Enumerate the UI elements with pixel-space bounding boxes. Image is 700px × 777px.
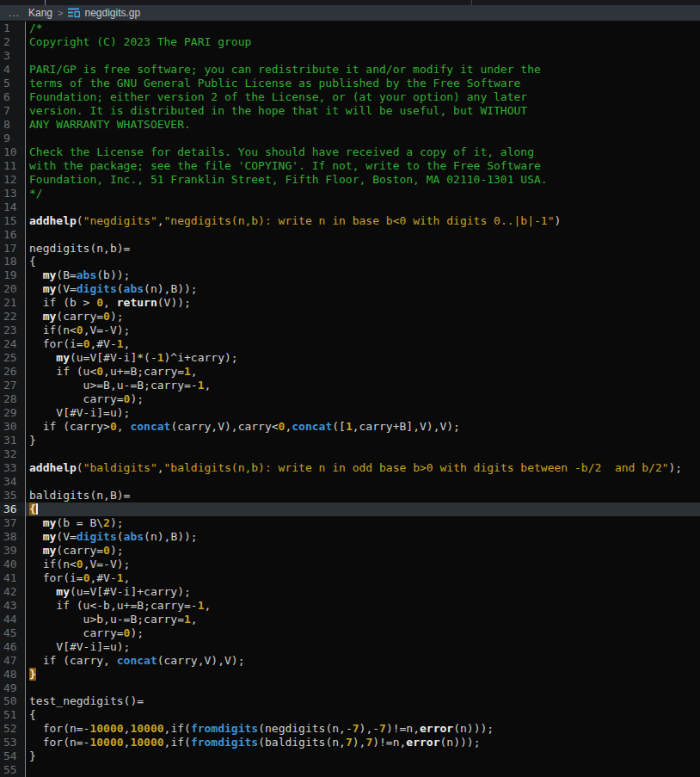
code-line[interactable]: 52 for(n=-10000,10000,if(fromdigits(negd… [0, 722, 700, 736]
code-line[interactable]: 37 my(b = B\2); [0, 516, 700, 530]
line-number[interactable]: 8 [0, 118, 26, 132]
code-line[interactable]: 43 if (u<-b,u+=B;carry=-1, [0, 599, 700, 613]
code-line[interactable]: 36{ [0, 503, 700, 516]
line-number[interactable]: 31 [0, 434, 26, 447]
code-line[interactable]: 10Check the License for details. You sho… [0, 145, 700, 159]
line-number[interactable]: 51 [0, 708, 26, 722]
code-line[interactable]: 55 [0, 763, 700, 777]
code-line[interactable]: 40 if(n<0,V=-V); [0, 558, 700, 571]
line-number[interactable]: 22 [0, 310, 26, 324]
code-line[interactable]: 35baldigits(n,B)= [0, 489, 700, 503]
code-line[interactable]: 32 [0, 447, 700, 461]
code-line[interactable]: 53 for(n=-10000,10000,if(fromdigits(bald… [0, 736, 700, 749]
line-number[interactable]: 24 [0, 337, 26, 351]
code-line[interactable]: 16 [0, 228, 700, 242]
code-line[interactable]: 18{ [0, 255, 700, 268]
code-line[interactable]: 34 [0, 475, 700, 489]
line-number[interactable]: 53 [0, 736, 26, 749]
line-number[interactable]: 47 [0, 654, 26, 668]
breadcrumb-folder[interactable]: Kang [28, 7, 52, 19]
line-number[interactable]: 48 [0, 668, 26, 681]
code-line[interactable]: 1/* [0, 22, 700, 35]
code-line[interactable]: 13*/ [0, 187, 700, 200]
code-line[interactable]: 28 carry=0); [0, 392, 700, 406]
line-number[interactable]: 7 [0, 104, 26, 118]
line-number[interactable]: 6 [0, 90, 26, 104]
line-number[interactable]: 42 [0, 585, 26, 599]
code-line[interactable]: 41 for(i=0,#V-1, [0, 571, 700, 585]
line-number[interactable]: 41 [0, 571, 26, 585]
code-line[interactable]: 6Foundation; either version 2 of the Lic… [0, 90, 700, 104]
line-number[interactable]: 13 [0, 187, 26, 200]
line-number[interactable]: 40 [0, 558, 26, 571]
line-number[interactable]: 14 [0, 200, 26, 214]
line-number[interactable]: 21 [0, 296, 26, 310]
line-number[interactable]: 28 [0, 392, 26, 406]
line-number[interactable]: 17 [0, 242, 26, 256]
line-number[interactable]: 27 [0, 379, 26, 392]
code-line[interactable]: 30 if (carry>0, concat(carry,V),carry<0,… [0, 420, 700, 434]
line-number[interactable]: 35 [0, 489, 26, 503]
line-number[interactable]: 1 [0, 22, 26, 35]
code-line[interactable]: 7version. It is distributed in the hope … [0, 104, 700, 118]
line-number[interactable]: 25 [0, 351, 26, 365]
code-line[interactable]: 9 [0, 132, 700, 145]
code-line[interactable]: 26 if (u<0,u+=B;carry=1, [0, 365, 700, 379]
line-number[interactable]: 52 [0, 722, 26, 736]
line-number[interactable]: 16 [0, 228, 26, 242]
code-line[interactable]: 20 my(V=digits(abs(n),B)); [0, 282, 700, 296]
code-line[interactable]: 5terms of the GNU General Public License… [0, 77, 700, 90]
line-number[interactable]: 34 [0, 475, 26, 489]
line-number[interactable]: 11 [0, 159, 26, 173]
code-line[interactable]: 44 u>b,u-=B;carry=1, [0, 613, 700, 626]
line-number[interactable]: 32 [0, 447, 26, 461]
line-number[interactable]: 3 [0, 49, 26, 63]
code-line[interactable]: 11with the package; see the file 'COPYIN… [0, 159, 700, 173]
line-number[interactable]: 55 [0, 763, 26, 777]
code-line[interactable]: 15addhelp("negdigits","negdigits(n,b): w… [0, 214, 700, 228]
code-line[interactable]: 39 my(carry=0); [0, 544, 700, 558]
code-line[interactable]: 23 if(n<0,V=-V); [0, 324, 700, 337]
code-line[interactable]: 17negdigits(n,b)= [0, 242, 700, 256]
code-line[interactable]: 31} [0, 434, 700, 447]
line-number[interactable]: 18 [0, 255, 26, 268]
code-line[interactable]: 42 my(u=V[#V-i]+carry); [0, 585, 700, 599]
code-editor[interactable]: 1/*2Copyright (C) 2023 The PARI group34P… [0, 21, 700, 777]
code-line[interactable]: 45 carry=0); [0, 626, 700, 640]
line-number[interactable]: 43 [0, 599, 26, 613]
line-number[interactable]: 26 [0, 365, 26, 379]
line-number[interactable]: 38 [0, 530, 26, 544]
code-line[interactable]: 19 my(B=abs(b)); [0, 268, 700, 282]
line-number[interactable]: 44 [0, 613, 26, 626]
line-number[interactable]: 23 [0, 324, 26, 337]
line-number[interactable]: 19 [0, 268, 26, 282]
line-number[interactable]: 54 [0, 749, 26, 763]
code-line[interactable]: 50test_negdigits()= [0, 694, 700, 708]
line-number[interactable]: 29 [0, 406, 26, 420]
code-line[interactable]: 33addhelp("baldigits","baldigits(n,b): w… [0, 461, 700, 475]
code-line[interactable]: 12Foundation, Inc., 51 Franklin Street, … [0, 173, 700, 187]
line-number[interactable]: 20 [0, 282, 26, 296]
code-line[interactable]: 51{ [0, 708, 700, 722]
line-number[interactable]: 46 [0, 640, 26, 654]
code-line[interactable]: 48} [0, 668, 700, 681]
line-number[interactable]: 50 [0, 694, 26, 708]
code-line[interactable]: 25 my(u=V[#V-i]*(-1)^i+carry); [0, 351, 700, 365]
line-number[interactable]: 9 [0, 132, 26, 145]
line-number[interactable]: 2 [0, 35, 26, 49]
code-line[interactable]: 46 V[#V-i]=u); [0, 640, 700, 654]
code-line[interactable]: 22 my(carry=0); [0, 310, 700, 324]
code-line[interactable]: 54} [0, 749, 700, 763]
line-number[interactable]: 12 [0, 173, 26, 187]
code-line[interactable]: 47 if (carry, concat(carry,V),V); [0, 654, 700, 668]
code-line[interactable]: 14 [0, 200, 700, 214]
code-line[interactable]: 29 V[#V-i]=u); [0, 406, 700, 420]
line-number[interactable]: 5 [0, 77, 26, 90]
line-number[interactable]: 37 [0, 516, 26, 530]
code-line[interactable]: 2Copyright (C) 2023 The PARI group [0, 35, 700, 49]
code-line[interactable]: 4PARI/GP is free software; you can redis… [0, 63, 700, 77]
code-line[interactable]: 8ANY WARRANTY WHATSOEVER. [0, 118, 700, 132]
line-number[interactable]: 30 [0, 420, 26, 434]
code-line[interactable]: 21 if (b > 0, return(V)); [0, 296, 700, 310]
code-line[interactable]: 24 for(i=0,#V-1, [0, 337, 700, 351]
